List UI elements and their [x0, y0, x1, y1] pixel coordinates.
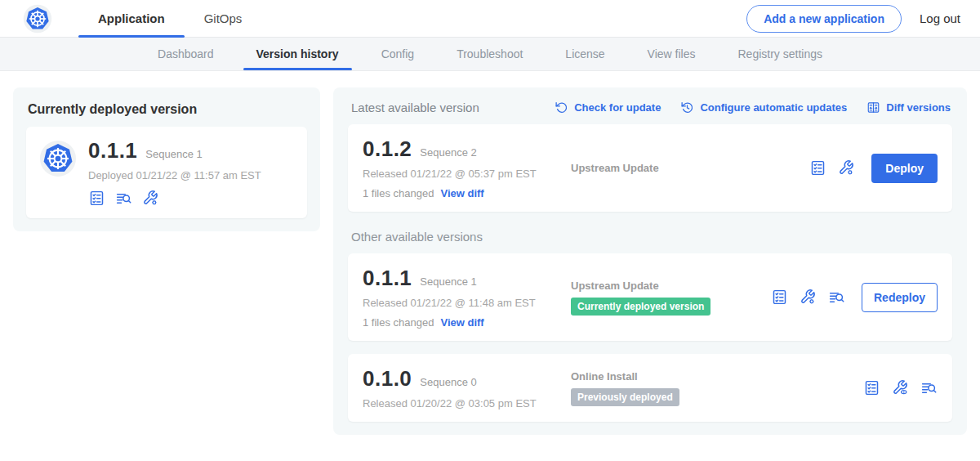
- files-changed-label: 1 files changed: [363, 316, 434, 329]
- diff-versions-label: Diff versions: [886, 101, 951, 114]
- version-number: 0.1.0: [363, 366, 412, 392]
- version-source: Upstream Update: [571, 162, 809, 174]
- deployed-sequence: Sequence 1: [145, 148, 202, 160]
- view-diff-link[interactable]: View diff: [440, 316, 483, 329]
- deploy-button[interactable]: Deploy: [871, 154, 938, 183]
- subnav-tab-config-label: Config: [381, 47, 414, 60]
- version-sequence: Sequence 0: [420, 376, 476, 388]
- currently-deployed-badge: Currently deployed version: [571, 298, 710, 316]
- version-history-panel: Latest available version Check for updat…: [333, 87, 967, 435]
- app-logo: [23, 0, 52, 37]
- diff-icon: [866, 101, 880, 114]
- currently-deployed-panel: Currently deployed version 0.1.1 Sequenc…: [13, 87, 320, 231]
- subnav-tab-registry-settings-label: Registry settings: [738, 47, 822, 60]
- deploy-logs-icon[interactable]: [828, 289, 845, 306]
- currently-deployed-card: 0.1.1 Sequence 1 Deployed 01/21/22 @ 11:…: [26, 127, 307, 218]
- version-card-0-1-1: 0.1.1 Sequence 1 Released 01/21/22 @ 11:…: [348, 253, 952, 341]
- deploy-logs-icon[interactable]: [920, 379, 938, 396]
- subnav-tab-troubleshoot[interactable]: Troubleshoot: [435, 38, 544, 70]
- configure-automatic-updates-link[interactable]: Configure automatic updates: [680, 101, 847, 114]
- check-for-update-link[interactable]: Check for update: [555, 101, 661, 114]
- files-changed-label: 1 files changed: [363, 187, 434, 199]
- subnav-tab-dashboard[interactable]: Dashboard: [136, 38, 235, 70]
- tab-gitops-label: GitOps: [204, 11, 243, 25]
- add-application-button[interactable]: Add a new application: [746, 5, 902, 33]
- preflight-checks-icon[interactable]: [771, 289, 788, 306]
- subnav-tab-license-label: License: [565, 47, 604, 60]
- kubernetes-logo-icon: [23, 4, 52, 34]
- refresh-icon: [555, 101, 568, 114]
- view-config-icon[interactable]: [892, 379, 909, 396]
- subnav-tab-version-history[interactable]: Version history: [235, 38, 360, 70]
- version-sequence: Sequence 1: [420, 275, 476, 288]
- version-released: Released 01/20/22 @ 03:05 pm EST: [363, 397, 571, 410]
- deploy-logs-icon[interactable]: [115, 190, 132, 207]
- version-card-0-1-0: 0.1.0 Sequence 0 Released 01/20/22 @ 03:…: [348, 354, 952, 422]
- version-number: 0.1.1: [363, 266, 412, 291]
- subnav-tab-registry-settings[interactable]: Registry settings: [717, 38, 844, 70]
- edit-config-icon[interactable]: [838, 159, 855, 177]
- subnav-tab-view-files[interactable]: View files: [626, 38, 717, 70]
- logout-link[interactable]: Log out: [920, 11, 960, 25]
- edit-config-icon[interactable]: [800, 289, 817, 306]
- app-icon-kubernetes: [39, 140, 77, 177]
- version-source: Online Install: [571, 370, 863, 383]
- preflight-checks-icon[interactable]: [88, 190, 105, 207]
- preflight-checks-icon[interactable]: [863, 379, 880, 396]
- latest-available-title: Latest available version: [351, 101, 479, 114]
- tab-gitops[interactable]: GitOps: [185, 0, 262, 37]
- subnav-tab-dashboard-label: Dashboard: [158, 47, 214, 60]
- version-released: Released 01/21/22 @ 05:37 pm EST: [363, 168, 571, 180]
- version-number: 0.1.2: [363, 137, 412, 162]
- app-subnav: Dashboard Version history Config Trouble…: [0, 38, 980, 71]
- version-released: Released 01/21/22 @ 11:48 am EST: [363, 297, 571, 309]
- version-source: Upstream Update: [571, 280, 771, 292]
- edit-config-icon[interactable]: [142, 190, 159, 207]
- diff-versions-link[interactable]: Diff versions: [866, 101, 951, 114]
- check-for-update-label: Check for update: [574, 101, 661, 114]
- subnav-tab-version-history-label: Version history: [256, 47, 339, 60]
- tab-application-label: Application: [98, 11, 165, 25]
- configure-automatic-updates-label: Configure automatic updates: [700, 101, 847, 114]
- deployed-version-number: 0.1.1: [88, 138, 137, 163]
- subnav-tab-troubleshoot-label: Troubleshoot: [457, 47, 523, 60]
- schedule-update-icon: [680, 101, 694, 114]
- other-available-title: Other available versions: [351, 230, 949, 244]
- tab-application[interactable]: Application: [78, 0, 185, 37]
- previously-deployed-badge: Previously deployed: [571, 388, 679, 406]
- app-tabs: Application GitOps: [78, 0, 261, 37]
- top-header: Application GitOps Add a new application…: [0, 0, 980, 38]
- deployed-timestamp: Deployed 01/21/22 @ 11:57 am EST: [88, 169, 261, 181]
- subnav-tab-license[interactable]: License: [544, 38, 626, 70]
- version-card-0-1-2: 0.1.2 Sequence 2 Released 01/21/22 @ 05:…: [348, 124, 952, 212]
- subnav-tab-config[interactable]: Config: [360, 38, 435, 70]
- currently-deployed-title: Currently deployed version: [28, 102, 305, 117]
- redeploy-button[interactable]: Redeploy: [862, 283, 938, 312]
- view-diff-link[interactable]: View diff: [440, 187, 483, 199]
- preflight-checks-icon[interactable]: [809, 159, 826, 177]
- subnav-tab-view-files-label: View files: [648, 47, 696, 60]
- version-sequence: Sequence 2: [420, 146, 476, 159]
